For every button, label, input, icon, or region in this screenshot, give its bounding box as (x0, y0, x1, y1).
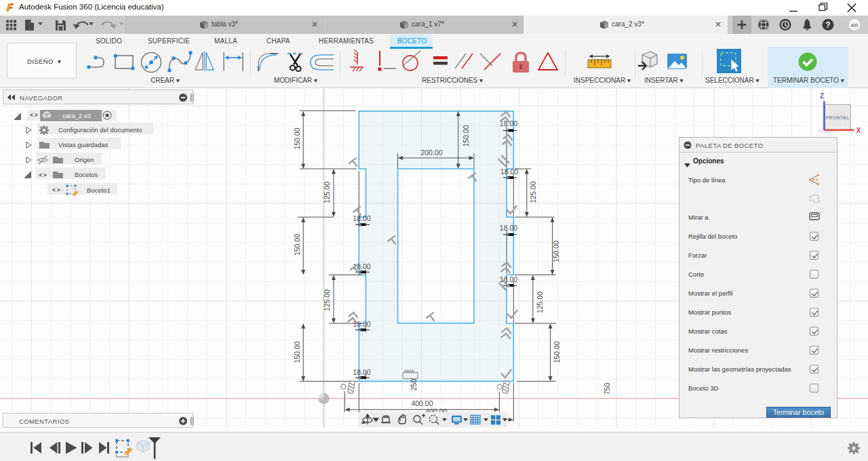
svg-text:AR: AR (850, 22, 858, 28)
svg-text:125.00: 125.00 (536, 292, 544, 313)
svg-text:150.00: 150.00 (553, 341, 561, 363)
svg-text:FRONTAL: FRONTAL (826, 115, 850, 120)
svg-text:150.00: 150.00 (293, 234, 301, 256)
svg-text:250: 250 (410, 379, 418, 391)
svg-text:125.00: 125.00 (323, 289, 331, 311)
svg-text:150.00: 150.00 (552, 241, 560, 262)
svg-text:?: ? (825, 20, 830, 30)
svg-text:150.00: 150.00 (462, 125, 470, 146)
svg-text:18.00: 18.00 (500, 224, 517, 232)
svg-text:18.00: 18.00 (353, 214, 370, 222)
svg-text:200.00: 200.00 (420, 148, 442, 157)
svg-text:18.00: 18.00 (353, 368, 370, 376)
svg-text:125.00: 125.00 (323, 182, 331, 203)
svg-text:150.00: 150.00 (293, 127, 301, 149)
svg-text:X: X (856, 127, 861, 134)
svg-text:150.00: 150.00 (293, 341, 301, 363)
svg-text:400.00: 400.00 (411, 399, 433, 407)
svg-text:750: 750 (603, 383, 611, 395)
svg-text:Z: Z (820, 92, 824, 100)
svg-text:18.00: 18.00 (500, 167, 518, 176)
svg-text:125.00: 125.00 (529, 181, 537, 203)
